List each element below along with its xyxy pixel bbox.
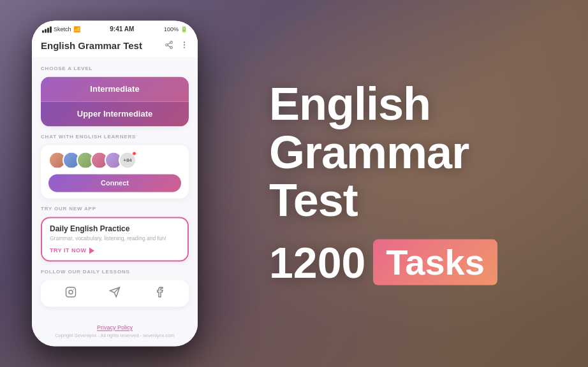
telegram-icon[interactable] bbox=[109, 287, 121, 301]
privacy-policy-link[interactable]: Privacy Policy bbox=[41, 325, 189, 331]
copyright-text: Copright Sevenlynx - All rights reserved… bbox=[41, 333, 189, 339]
new-app-desc: Grammar, vocabulary, listening, reading … bbox=[50, 235, 180, 242]
intermediate-button[interactable]: Intermediate bbox=[41, 76, 189, 101]
try-it-now-button[interactable]: TRY IT NOW bbox=[50, 248, 94, 254]
svg-point-9 bbox=[69, 291, 73, 294]
share-icon[interactable] bbox=[165, 40, 173, 51]
new-app-card: Daily English Practice Grammar, vocabula… bbox=[41, 217, 189, 261]
status-left: Sketch 📶 bbox=[42, 26, 80, 32]
tasks-row: 1200 Tasks bbox=[269, 237, 562, 287]
level-card: Intermediate Upper Intermediate bbox=[41, 76, 189, 126]
tasks-label: Tasks bbox=[386, 241, 485, 282]
header-icons bbox=[165, 40, 189, 51]
status-bar: Sketch 📶 9:41 AM 100% 🔋 bbox=[32, 20, 198, 35]
battery-percent: 100% bbox=[164, 26, 179, 32]
svg-point-5 bbox=[184, 41, 185, 43]
social-card bbox=[41, 280, 189, 307]
svg-point-1 bbox=[166, 44, 168, 47]
chat-card: +84 Connect bbox=[41, 145, 189, 198]
avatar-count: +84 bbox=[119, 151, 136, 169]
battery-icon: 🔋 bbox=[180, 26, 187, 32]
new-app-title: Daily English Practice bbox=[50, 224, 180, 233]
phone-mockup: Sketch 📶 9:41 AM 100% 🔋 English Grammar … bbox=[32, 20, 198, 346]
app-title: English Grammar Test bbox=[41, 40, 142, 51]
main-title: English Grammar Test bbox=[269, 80, 562, 225]
social-section: FOLLOW OUR DAILY LESSONS bbox=[41, 270, 189, 307]
svg-line-3 bbox=[168, 45, 170, 47]
tasks-badge: Tasks bbox=[373, 239, 497, 285]
instagram-icon[interactable] bbox=[65, 287, 77, 301]
upper-intermediate-button[interactable]: Upper Intermediate bbox=[41, 101, 189, 126]
avatars-row: +84 bbox=[48, 151, 181, 169]
facebook-icon[interactable] bbox=[153, 287, 165, 301]
right-panel: English Grammar Test 1200 Tasks bbox=[269, 80, 562, 287]
wifi-icon: 📶 bbox=[73, 26, 80, 32]
play-icon bbox=[89, 248, 94, 254]
svg-point-2 bbox=[170, 47, 173, 49]
level-section-label: CHOOSE A LEVEL bbox=[41, 66, 189, 71]
app-content: CHOOSE A LEVEL Intermediate Upper Interm… bbox=[32, 58, 198, 320]
title-line2: Grammar Test bbox=[269, 126, 469, 226]
svg-rect-8 bbox=[66, 287, 75, 297]
title-line1: English bbox=[269, 78, 430, 129]
svg-point-10 bbox=[73, 289, 74, 291]
app-footer: Privacy Policy Copright Sevenlynx - All … bbox=[32, 321, 198, 347]
svg-line-4 bbox=[168, 43, 170, 44]
app-header: English Grammar Test bbox=[32, 35, 198, 58]
svg-point-0 bbox=[170, 41, 173, 44]
notification-dot bbox=[132, 151, 136, 155]
status-right: 100% 🔋 bbox=[164, 26, 187, 32]
svg-point-7 bbox=[184, 47, 185, 48]
svg-point-6 bbox=[184, 44, 185, 45]
connect-button[interactable]: Connect bbox=[48, 174, 181, 192]
more-icon[interactable] bbox=[180, 40, 189, 51]
new-app-section-label: TRY OUR NEW APP bbox=[41, 206, 189, 212]
social-section-label: FOLLOW OUR DAILY LESSONS bbox=[41, 270, 189, 275]
signal-icon bbox=[42, 26, 52, 32]
new-app-section: TRY OUR NEW APP Daily English Practice G… bbox=[41, 206, 189, 261]
time-display: 9:41 AM bbox=[110, 25, 134, 32]
phone-container: Sketch 📶 9:41 AM 100% 🔋 English Grammar … bbox=[32, 20, 198, 346]
chat-section: CHAT WITH ENGLISH LEARNERS +84 Connect bbox=[41, 134, 189, 198]
carrier-label: Sketch bbox=[54, 26, 71, 32]
tasks-count: 1200 bbox=[269, 237, 365, 287]
chat-section-label: CHAT WITH ENGLISH LEARNERS bbox=[41, 134, 189, 140]
